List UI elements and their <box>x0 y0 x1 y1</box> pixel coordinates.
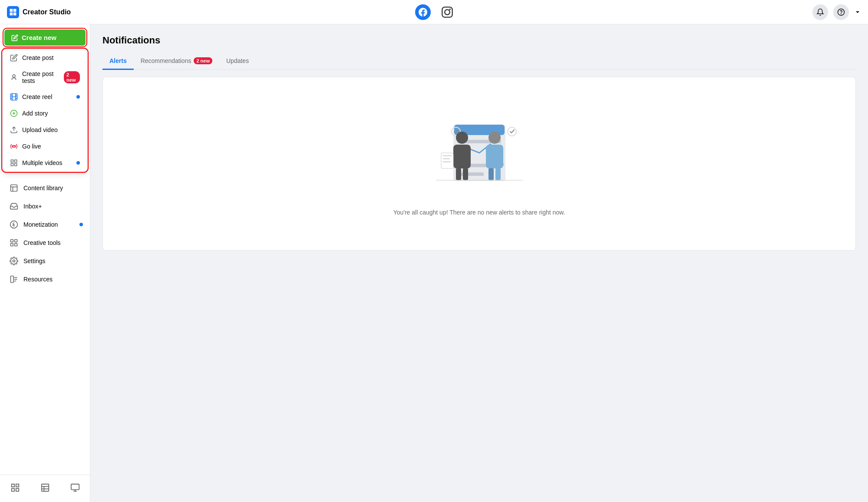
create-new-button[interactable]: Create new <box>4 30 86 46</box>
sidebar-bottom <box>0 475 90 502</box>
svg-rect-58 <box>453 145 471 168</box>
svg-rect-32 <box>15 240 17 242</box>
svg-rect-67 <box>488 168 494 180</box>
new-badge: 2 new <box>64 71 80 83</box>
card-view-button[interactable] <box>67 479 83 498</box>
svg-point-57 <box>456 132 468 144</box>
instagram-platform-button[interactable] <box>441 6 453 18</box>
new-dot <box>76 95 80 99</box>
app-logo-icon <box>7 6 19 18</box>
svg-rect-63 <box>443 158 450 159</box>
svg-point-54 <box>508 127 516 136</box>
svg-rect-41 <box>41 484 49 492</box>
create-new-dropdown: Create post Create post tests 2 new <box>3 49 87 172</box>
dropdown-item-go-live[interactable]: Go live <box>3 138 87 155</box>
svg-rect-45 <box>71 484 79 490</box>
account-dropdown[interactable] <box>854 9 861 16</box>
grid-view-button[interactable] <box>7 479 23 498</box>
empty-state-illustration <box>419 112 540 200</box>
svg-rect-60 <box>463 168 468 180</box>
dropdown-item-upload-video[interactable]: Upload video <box>3 122 87 138</box>
notifications-tabs: Alerts Recommendations 2 new Updates <box>102 53 856 70</box>
dropdown-item-label: Create post tests <box>22 70 59 84</box>
svg-rect-24 <box>15 160 17 162</box>
svg-rect-0 <box>10 9 13 12</box>
dropdown-item-label: Add story <box>22 110 48 117</box>
dropdown-item-multiple-videos[interactable]: Multiple videos <box>3 155 87 171</box>
sidebar-item-label: Settings <box>23 258 46 264</box>
page-title: Notifications <box>102 35 856 46</box>
svg-rect-64 <box>443 161 451 162</box>
dropdown-item-label: Create reel <box>22 93 52 100</box>
sidebar-item-label: Content library <box>23 185 63 192</box>
svg-rect-40 <box>16 489 18 491</box>
svg-rect-27 <box>11 185 17 192</box>
svg-rect-23 <box>11 160 13 162</box>
header: Creator Studio <box>0 0 868 24</box>
svg-rect-3 <box>13 12 17 15</box>
svg-rect-33 <box>11 244 13 246</box>
new-dot <box>76 161 80 165</box>
recommendations-badge: 2 new <box>194 57 212 64</box>
app-title: Creator Studio <box>23 8 71 16</box>
svg-rect-34 <box>15 244 17 246</box>
header-center <box>415 4 453 20</box>
sidebar-item-resources[interactable]: Resources <box>3 271 87 288</box>
dropdown-item-add-story[interactable]: Add story <box>3 105 87 122</box>
svg-point-65 <box>488 132 501 144</box>
sidebar: Create new Create post Create post tests… <box>0 24 90 502</box>
svg-rect-37 <box>11 484 14 487</box>
dropdown-item-create-post[interactable]: Create post <box>3 50 87 66</box>
tab-updates[interactable]: Updates <box>219 53 256 70</box>
sidebar-item-monetization[interactable]: Monetization <box>3 216 87 233</box>
notifications-button[interactable] <box>812 4 828 20</box>
empty-state-message: You're all caught up! There are no new a… <box>393 209 565 216</box>
main-content: Notifications Alerts Recommendations 2 n… <box>90 24 868 502</box>
dropdown-item-label: Multiple videos <box>22 159 63 166</box>
facebook-platform-button[interactable] <box>415 4 431 20</box>
svg-rect-59 <box>456 168 461 180</box>
tab-alerts[interactable]: Alerts <box>102 53 134 70</box>
help-button[interactable] <box>833 4 849 20</box>
svg-rect-39 <box>11 489 14 491</box>
svg-rect-2 <box>10 12 13 15</box>
svg-rect-66 <box>486 145 503 168</box>
header-right <box>812 4 861 20</box>
svg-rect-38 <box>16 484 18 487</box>
svg-point-6 <box>449 8 451 10</box>
svg-rect-4 <box>442 7 452 17</box>
sidebar-item-settings[interactable]: Settings <box>3 252 87 270</box>
sidebar-item-inbox[interactable]: Inbox+ <box>3 198 87 215</box>
table-view-button[interactable] <box>37 479 53 498</box>
sidebar-item-label: Inbox+ <box>23 203 42 210</box>
svg-rect-1 <box>13 9 17 12</box>
sidebar-item-label: Monetization <box>23 221 58 228</box>
svg-rect-36 <box>11 276 14 283</box>
svg-rect-52 <box>458 172 484 176</box>
notification-dot <box>79 223 83 226</box>
sidebar-item-label: Creative tools <box>23 239 61 246</box>
dropdown-item-create-reel[interactable]: Create reel <box>3 89 87 105</box>
svg-rect-31 <box>11 240 13 242</box>
notifications-content-area: You're all caught up! There are no new a… <box>102 77 856 251</box>
tab-recommendations[interactable]: Recommendations 2 new <box>134 53 219 70</box>
sidebar-item-label: Resources <box>23 276 53 283</box>
header-logo: Creator Studio <box>7 6 71 18</box>
sidebar-nav: Content library Inbox+ Monetization <box>0 175 90 475</box>
header-left: Creator Studio <box>7 6 71 18</box>
sidebar-item-creative-tools[interactable]: Creative tools <box>3 234 87 251</box>
svg-point-5 <box>445 10 450 15</box>
svg-rect-68 <box>495 168 501 180</box>
sidebar-item-content-library[interactable]: Content library <box>3 179 87 197</box>
svg-point-9 <box>13 75 15 77</box>
dropdown-item-label: Go live <box>22 143 41 150</box>
svg-rect-62 <box>443 155 452 156</box>
dropdown-item-create-post-tests[interactable]: Create post tests 2 new <box>3 66 87 89</box>
svg-rect-26 <box>15 164 17 166</box>
dropdown-item-label: Create post <box>22 54 53 61</box>
svg-rect-25 <box>11 164 13 166</box>
dropdown-item-label: Upload video <box>22 126 58 133</box>
layout: Create new Create post Create post tests… <box>0 24 868 502</box>
svg-point-22 <box>13 145 15 148</box>
svg-point-35 <box>13 260 15 262</box>
